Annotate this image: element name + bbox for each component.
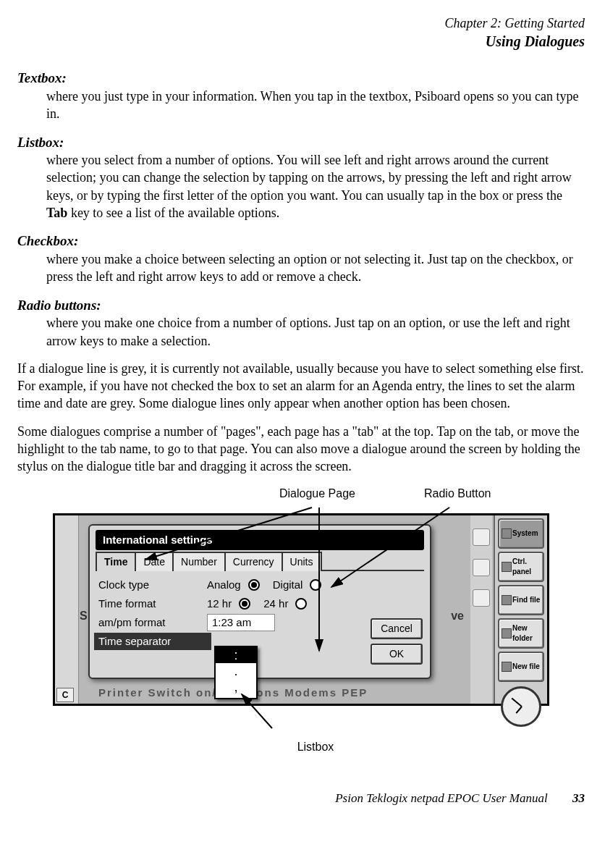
c-corner: C bbox=[56, 688, 74, 702]
page-header: Chapter 2: Getting Started Using Dialogu… bbox=[17, 14, 585, 51]
row-time-format: Time format 12 hr 24 hr bbox=[98, 594, 421, 613]
page-footer: Psion Teklogix netpad EPOC User Manual 3… bbox=[17, 791, 585, 807]
term-radio: Radio buttons: bbox=[17, 296, 585, 315]
tab-date[interactable]: Date bbox=[135, 552, 174, 571]
cancel-button[interactable]: Cancel bbox=[371, 618, 423, 639]
radio-digital[interactable] bbox=[310, 579, 321, 591]
term-checkbox: Checkbox: bbox=[17, 232, 585, 250]
chapter-label: Chapter 2: Getting Started bbox=[17, 14, 585, 32]
ampm-field[interactable]: 1:23 am bbox=[207, 614, 275, 631]
tab-currency[interactable]: Currency bbox=[224, 552, 283, 571]
dialog-titlebar[interactable]: International settings bbox=[96, 530, 424, 550]
row-clock-type: Clock type Analog Digital bbox=[98, 576, 421, 594]
dialog-window[interactable]: International settings Time Date Number … bbox=[88, 524, 431, 679]
rp-new-file[interactable]: New file bbox=[498, 652, 544, 682]
definition-textbox: Textbox: where you just type in your inf… bbox=[17, 69, 585, 122]
radio-12hr[interactable] bbox=[239, 598, 250, 610]
def-textbox: where you just type in your information.… bbox=[46, 88, 585, 123]
rp-find-file[interactable]: Find file bbox=[498, 585, 544, 615]
definition-radiobuttons: Radio buttons: where you make one choice… bbox=[17, 296, 585, 350]
right-panel: System Ctrl. panel Find file New folder … bbox=[494, 515, 547, 704]
def-checkbox: where you make a choice between selectin… bbox=[46, 250, 585, 286]
tab-number[interactable]: Number bbox=[172, 552, 226, 571]
def-listbox: where you select from a number of option… bbox=[46, 151, 585, 222]
radio-24hr[interactable] bbox=[295, 598, 307, 610]
definition-checkbox: Checkbox: where you make a choice betwee… bbox=[17, 232, 585, 285]
figure: Dialogue Page Radio Button C S ve Printe… bbox=[17, 486, 585, 755]
page-number: 33 bbox=[572, 791, 585, 805]
icon-column bbox=[470, 515, 492, 704]
callout-dialogue-page: Dialogue Page bbox=[279, 486, 355, 502]
listbox-option[interactable]: , bbox=[216, 679, 256, 695]
callout-radio-button: Radio Button bbox=[424, 486, 491, 502]
definition-listbox: Listbox: where you select from a number … bbox=[17, 133, 585, 222]
screenshot-illustration: C S ve Printer Switch on/off ations Mode… bbox=[53, 513, 549, 706]
section-label: Using Dialogues bbox=[17, 32, 585, 51]
tab-time[interactable]: Time bbox=[96, 552, 136, 571]
brush-icon[interactable] bbox=[473, 589, 490, 607]
ok-button[interactable]: OK bbox=[371, 644, 423, 665]
rp-system[interactable]: System bbox=[498, 518, 544, 549]
callout-listbox: Listbox bbox=[77, 739, 554, 755]
term-listbox: Listbox: bbox=[17, 133, 585, 152]
tool-icon[interactable] bbox=[473, 528, 490, 546]
tab-units[interactable]: Units bbox=[282, 552, 322, 571]
footer-text: Psion Teklogix netpad EPOC User Manual bbox=[335, 791, 548, 805]
rp-new-folder[interactable]: New folder bbox=[498, 618, 544, 649]
dialog-tabs: Time Date Number Currency Units bbox=[96, 550, 424, 571]
listbox-popup[interactable]: : . , bbox=[214, 646, 258, 699]
rp-ctrl-panel[interactable]: Ctrl. panel bbox=[498, 552, 544, 582]
clock-icon bbox=[501, 686, 541, 727]
radio-analog[interactable] bbox=[248, 579, 260, 591]
paragraph-pages: Some dialogues comprise a number of "pag… bbox=[17, 423, 585, 476]
magnifier-icon[interactable] bbox=[473, 559, 490, 576]
listbox-option[interactable]: . bbox=[216, 663, 256, 679]
listbox-option-selected[interactable]: : bbox=[216, 647, 256, 663]
def-radio: where you make one choice from a number … bbox=[46, 314, 585, 350]
term-textbox: Textbox: bbox=[17, 69, 585, 88]
paragraph-grey-lines: If a dialogue line is grey, it is curren… bbox=[17, 360, 585, 413]
